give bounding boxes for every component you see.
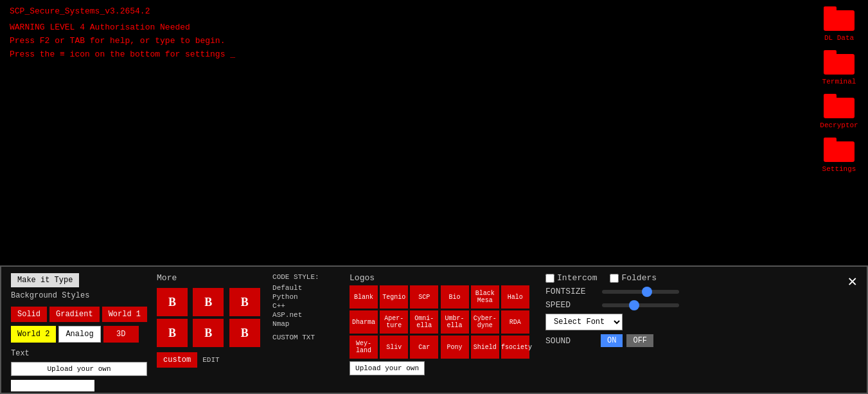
speed-label: SPEED	[545, 300, 597, 310]
col-logos: Logos Blank Tegnio SCP Bio Black Mesa Ha…	[350, 273, 529, 386]
intercom-checkbox[interactable]	[545, 274, 554, 283]
col-code-style: CODE STYLE: Default Python C++ ASP.net N…	[272, 273, 340, 386]
app-title: SCP_Secure_Systems_v3.2654.2	[10, 6, 800, 16]
code-style-default[interactable]: Default	[272, 283, 340, 292]
more-buttons-grid: B B B B B B	[157, 288, 263, 347]
code-style-aspnet[interactable]: ASP.net	[272, 310, 340, 319]
sound-off-button[interactable]: OFF	[626, 334, 653, 347]
logo-btn-rda[interactable]: RDA	[501, 310, 529, 334]
folder-icon-settings	[824, 138, 855, 163]
settings-panel: Make it Type Background Styles Solid Gra…	[0, 265, 868, 394]
code-style-python[interactable]: Python	[272, 292, 340, 301]
logo-btn-sliv[interactable]: Sliv	[380, 336, 408, 359]
sidebar-label-terminal: Terminal	[822, 78, 856, 85]
folder-icon-dldata	[824, 6, 855, 32]
folders-checkbox[interactable]	[610, 274, 619, 283]
logo-btn-omniella[interactable]: Omni-ella	[410, 310, 438, 334]
text-input[interactable]	[11, 380, 94, 391]
sidebar-label-settings: Settings	[822, 165, 856, 173]
sound-on-button[interactable]: ON	[601, 334, 623, 347]
font-row: Select Font	[545, 314, 687, 330]
speed-row: SPEED	[545, 300, 687, 310]
upload-own-button-logos[interactable]: Upload your own	[350, 361, 425, 375]
sidebar-label-decryptor: Decryptor	[820, 121, 858, 129]
more-btn-6[interactable]: B	[229, 319, 260, 347]
style-btn-world2[interactable]: World 2	[11, 326, 56, 343]
code-style-cpp[interactable]: C++	[272, 301, 340, 310]
speed-slider[interactable]	[602, 303, 679, 307]
folders-checkbox-item: Folders	[610, 273, 657, 283]
folder-icon-terminal	[824, 50, 855, 76]
logo-btn-fsociety[interactable]: fsociety	[501, 336, 529, 359]
make-it-type-button[interactable]: Make it Type	[11, 273, 79, 287]
more-btn-1[interactable]: B	[157, 288, 188, 316]
more-btn-2[interactable]: B	[193, 288, 224, 316]
sidebar-item-settings[interactable]: Settings	[822, 138, 856, 173]
custom-row: custom EDIT	[157, 352, 263, 368]
more-btn-5[interactable]: B	[193, 319, 224, 347]
logo-btn-blank[interactable]: Blank	[350, 285, 378, 309]
more-btn-4[interactable]: B	[157, 319, 188, 347]
logo-btn-tegnio[interactable]: Tegnio	[380, 285, 408, 309]
bg-style-buttons-row1: Solid Gradient World 1	[11, 307, 147, 322]
logos-label: Logos	[350, 273, 529, 283]
logo-btn-car[interactable]: Car	[410, 336, 438, 359]
more-label: More	[157, 273, 263, 283]
style-btn-gradient[interactable]: Gradient	[49, 307, 100, 322]
fontsize-slider[interactable]	[602, 290, 679, 294]
logo-btn-umbrella[interactable]: Umbr-ella	[441, 310, 469, 334]
intercom-checkbox-item: Intercom	[545, 273, 597, 283]
logos-grid: Blank Tegnio SCP Bio Black Mesa Halo Dha…	[350, 285, 529, 359]
upload-own-button-left[interactable]: Upload your own	[11, 362, 147, 376]
style-btn-analog[interactable]: Analog	[58, 326, 100, 343]
warning-line1: WARNING LEVEL 4 Authorisation Needed	[10, 21, 800, 35]
logo-btn-shield[interactable]: Shield	[471, 336, 499, 359]
logo-btn-blackmesa[interactable]: Black Mesa	[471, 285, 499, 309]
sidebar-item-terminal[interactable]: Terminal	[822, 50, 856, 85]
logo-btn-pony[interactable]: Pony	[441, 336, 469, 359]
logo-btn-weyland[interactable]: Wey-land	[350, 336, 378, 359]
more-btn-3[interactable]: B	[229, 288, 260, 316]
custom-button[interactable]: custom	[157, 352, 197, 368]
style-btn-solid[interactable]: Solid	[11, 307, 47, 322]
warning-line3: Press the ≡ icon on the bottom for setti…	[10, 48, 800, 62]
fontsize-row: FONTSIZE	[545, 287, 687, 296]
fontsize-label: FONTSIZE	[545, 287, 597, 296]
logo-btn-aperture[interactable]: Aper-ture	[380, 310, 408, 334]
logo-btn-dharma[interactable]: Dharma	[350, 310, 378, 334]
bg-styles-label: Background Styles	[11, 291, 147, 300]
font-select[interactable]: Select Font	[545, 314, 623, 330]
style-btn-world1[interactable]: World 1	[102, 307, 147, 322]
intercom-folders-row: Intercom Folders	[545, 273, 687, 283]
col-more: More B B B B B B custom EDIT	[157, 273, 263, 386]
logo-btn-halo[interactable]: Halo	[501, 285, 529, 309]
logo-btn-bio[interactable]: Bio	[441, 285, 469, 309]
sound-label: SOUND	[545, 336, 597, 346]
folders-label: Folders	[621, 273, 657, 283]
intercom-label: Intercom	[557, 273, 597, 283]
sidebar-label-dldata: DL Data	[824, 34, 854, 42]
bg-style-buttons-row2: World 2 Analog 3D	[11, 326, 147, 343]
style-btn-3d[interactable]: 3D	[103, 326, 139, 343]
text-label: Text	[11, 349, 147, 358]
code-style-nmap[interactable]: Nmap	[272, 319, 340, 328]
folder-icon-decryptor	[824, 94, 855, 120]
logo-btn-scp[interactable]: SCP	[410, 285, 438, 309]
code-style-title: CODE STYLE:	[272, 273, 340, 281]
sidebar-item-decryptor[interactable]: Decryptor	[820, 94, 858, 129]
close-button[interactable]: ✕	[848, 272, 857, 291]
logo-btn-cyberdyne[interactable]: Cyber-dyne	[471, 310, 499, 334]
sound-row: SOUND ON OFF	[545, 334, 687, 347]
col-settings: Intercom Folders FONTSIZE SPEED Select F…	[539, 273, 687, 386]
warning-line2: Press F2 or TAB for help, or type to beg…	[10, 35, 800, 48]
edit-label: EDIT	[202, 356, 219, 364]
custom-txt-label: CUSTOM TXT	[272, 334, 340, 341]
warning-block: WARNING LEVEL 4 Authorisation Needed Pre…	[10, 21, 800, 61]
col-make-type: Make it Type Background Styles Solid Gra…	[11, 273, 147, 386]
sidebar-item-dldata[interactable]: DL Data	[824, 6, 855, 42]
